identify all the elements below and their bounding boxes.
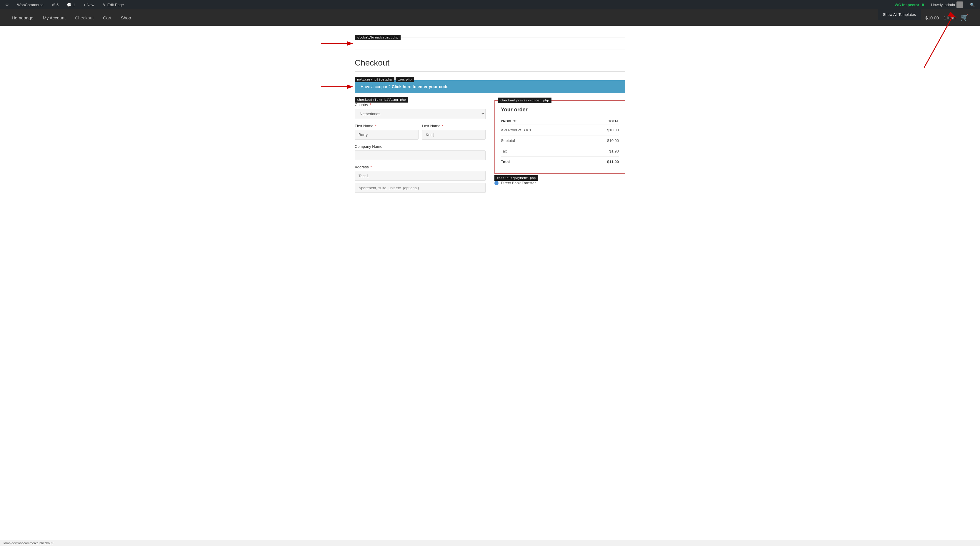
address-group: Address *	[355, 165, 485, 193]
wp-logo[interactable]: ⚙	[3, 0, 11, 10]
last-name-input[interactable]	[422, 130, 486, 140]
country-group: Country * Netherlands	[355, 103, 485, 119]
red-arrow-breadcrumb	[320, 39, 355, 48]
page-wrapper: Homepage My Account Checkout Cart Shop $…	[0, 10, 980, 546]
avatar	[956, 2, 963, 8]
cart-icon[interactable]: 🛒	[960, 14, 968, 21]
cart-items: 1 item	[943, 15, 956, 20]
breadcrumb-container: global/breadcrumb.php	[355, 38, 625, 49]
status-bar: lamp.dev/woocommerce/checkout/	[0, 540, 980, 546]
tax-row: Tax $1.90	[501, 146, 619, 157]
payment-template-badge[interactable]: checkout/payment.php	[495, 175, 538, 181]
last-name-group: Last Name *	[422, 124, 486, 140]
company-input[interactable]	[355, 151, 485, 160]
order-review-section: Your order checkout/review-order.php PRO…	[495, 100, 625, 174]
wc-inspector-label: WC Inspector	[895, 3, 920, 7]
wp-icon: ⚙	[5, 3, 9, 7]
revisions-icon: ↺	[52, 3, 55, 7]
product-col-header: PRODUCT	[501, 117, 586, 125]
main-content: global/breadcrumb.php Checkout notices/n…	[349, 26, 631, 546]
edit-page-label: Edit Page	[107, 3, 124, 7]
comment-count: 1	[73, 3, 75, 7]
billing-form: Country * Netherlands First Name *	[355, 103, 485, 193]
new-item[interactable]: + New	[82, 0, 96, 10]
search-item[interactable]: 🔍	[968, 0, 977, 10]
coupon-section: notices/notice.php ion.php Have a coupon…	[355, 80, 625, 93]
status-url: lamp.dev/woocommerce/checkout/	[3, 541, 53, 545]
billing-badge-container: checkout/form-billing.php	[355, 97, 408, 103]
wc-inspector-status-dot	[922, 3, 924, 6]
name-row: First Name * Last Name *	[355, 124, 485, 144]
last-name-label: Last Name *	[422, 124, 486, 128]
address2-input[interactable]	[355, 183, 485, 193]
site-name-label: WooCommerce	[17, 3, 43, 7]
breadcrumb-wrapper: global/breadcrumb.php	[355, 38, 625, 49]
edit-page-item[interactable]: ✎ Edit Page	[101, 0, 126, 10]
country-label: Country *	[355, 103, 485, 107]
checkout-title: Checkout	[355, 58, 625, 68]
show-all-templates-popup[interactable]: Show All Templates	[878, 10, 921, 20]
country-select[interactable]: Netherlands	[355, 109, 485, 119]
tax-value: $1.90	[586, 146, 619, 157]
nav-checkout[interactable]: Checkout	[75, 14, 94, 21]
company-group: Company Name	[355, 144, 485, 160]
revisions-item[interactable]: ↺ 5	[50, 0, 60, 10]
review-template-badge[interactable]: checkout/review-order.php	[498, 98, 552, 103]
order-item-row: API Product B × 1 $10.00	[501, 125, 619, 135]
company-label: Company Name	[355, 144, 485, 149]
coupon-area: notices/notice.php ion.php Have a coupon…	[355, 80, 625, 93]
notices-badge-container: notices/notice.php ion.php	[355, 77, 414, 82]
billing-section: checkout/form-billing.php Country * Neth…	[355, 100, 485, 197]
checkout-divider	[355, 71, 625, 71]
first-name-input[interactable]	[355, 130, 418, 140]
edit-icon: ✎	[103, 3, 106, 7]
tax-label: Tax	[501, 146, 586, 157]
breadcrumb-badge-container: global/breadcrumb.php	[355, 34, 401, 40]
first-name-label: First Name *	[355, 124, 418, 128]
cart-total: $10.00	[925, 15, 939, 20]
show-all-templates-label: Show All Templates	[883, 12, 916, 17]
breadcrumb-template-badge[interactable]: global/breadcrumb.php	[355, 35, 401, 40]
total-row: Total $11.90	[501, 157, 619, 167]
country-required: *	[370, 103, 371, 107]
nav-shop[interactable]: Shop	[121, 14, 131, 21]
address-input[interactable]	[355, 171, 485, 181]
order-title: Your order	[501, 107, 619, 113]
nav-homepage[interactable]: Homepage	[12, 14, 33, 21]
payment-badge-container: checkout/payment.php	[495, 175, 538, 181]
radio-direct-bank[interactable]	[495, 181, 498, 185]
wc-inspector-item[interactable]: WC Inspector	[893, 0, 926, 10]
payment-section: checkout/payment.php Direct Bank Transfe…	[495, 178, 625, 187]
checkout-grid: checkout/form-billing.php Country * Neth…	[355, 100, 625, 197]
total-col-header: TOTAL	[586, 117, 619, 125]
nav-cart[interactable]: Cart	[103, 14, 111, 21]
order-item-price: $10.00	[586, 125, 619, 135]
total-value: $11.90	[586, 157, 619, 167]
howdy-item[interactable]: Howdy, admin	[929, 0, 965, 10]
order-item-name: API Product B × 1	[501, 125, 586, 135]
nav-right: $10.00 1 item 🛒	[925, 14, 968, 21]
notices-template-badge2[interactable]: ion.php	[396, 77, 414, 82]
payment-option-label: Direct Bank Transfer	[501, 181, 536, 185]
order-right-column: Your order checkout/review-order.php PRO…	[495, 100, 625, 197]
svg-marker-5	[347, 85, 353, 89]
coupon-link[interactable]: Click here to enter your code	[392, 84, 449, 89]
search-icon: 🔍	[970, 3, 975, 7]
address-label: Address *	[355, 165, 485, 169]
review-badge-container: checkout/review-order.php	[498, 97, 552, 103]
nav-my-account[interactable]: My Account	[43, 14, 65, 21]
revision-count: 5	[56, 3, 59, 7]
notices-template-badge[interactable]: notices/notice.php	[355, 77, 395, 82]
billing-template-badge[interactable]: checkout/form-billing.php	[355, 97, 408, 103]
subtotal-row: Subtotal $10.00	[501, 135, 619, 146]
total-label: Total	[501, 157, 586, 167]
subtotal-value: $10.00	[586, 135, 619, 146]
new-label: + New	[84, 3, 94, 7]
admin-bar: ⚙ WooCommerce ↺ 5 💬 1 + New ✎ Edit Page …	[0, 0, 980, 10]
comments-item[interactable]: 💬 1	[65, 0, 77, 10]
red-arrow-coupon	[320, 82, 355, 91]
site-name-item[interactable]: WooCommerce	[15, 0, 45, 10]
coupon-text: Have a coupon?	[361, 84, 391, 89]
nav-links: Homepage My Account Checkout Cart Shop	[12, 14, 131, 21]
order-table: PRODUCT TOTAL API Product B × 1 $10.00 S…	[501, 117, 619, 167]
